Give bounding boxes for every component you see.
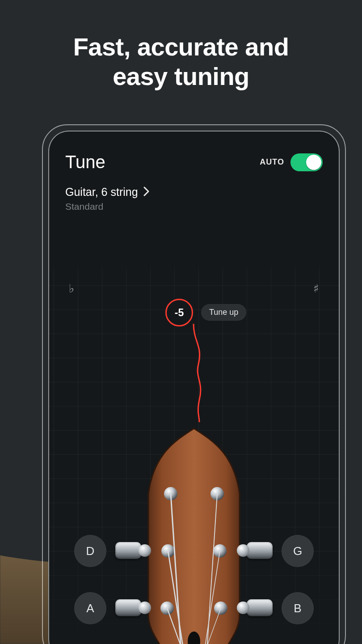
page-title: Tune [65,152,105,172]
phone-frame-outer: Tune AUTO Guitar, 6 string [42,124,346,644]
promo-stage: Fast, accurate andeasy tuning Tune AUTO … [0,0,362,644]
auto-toggle[interactable] [290,153,323,171]
string-button-d[interactable]: D [74,535,106,567]
tuning-peg-icon [247,599,273,616]
string-button-b[interactable]: B [282,592,314,624]
sharp-icon: ♯ [313,282,319,296]
instrument-selector[interactable]: Guitar, 6 string [49,172,339,199]
instrument-name: Guitar, 6 string [65,186,138,199]
top-bar: Tune AUTO [49,131,339,172]
marketing-headline: Fast, accurate andeasy tuning [0,32,362,91]
toggle-knob [306,155,321,170]
cents-readout: -5 [165,299,193,326]
string-button-g[interactable]: G [282,535,314,567]
tuning-peg-icon [115,542,141,559]
tuning-peg-icon [115,599,141,616]
tuning-name: Standard [49,199,339,212]
auto-toggle-group: AUTO [260,153,323,171]
phone-frame-inner: Tune AUTO Guitar, 6 string [48,131,340,644]
app-screen: Tune AUTO Guitar, 6 string [49,131,339,644]
tuning-hint: Tune up [201,304,246,321]
string-button-a[interactable]: A [74,592,106,624]
tuning-peg-icon [247,542,273,559]
flat-icon: ♭ [69,282,74,296]
auto-label: AUTO [260,157,284,167]
tuner-area: ♭ ♯ -5 Tune up [49,261,339,644]
chevron-right-icon [143,186,150,198]
